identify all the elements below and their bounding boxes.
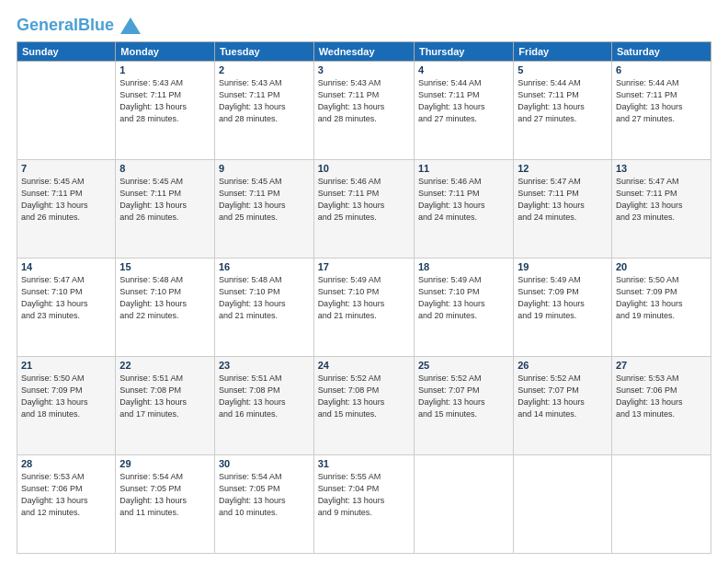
day-cell: 13Sunrise: 5:47 AM Sunset: 7:11 PM Dayli… — [611, 160, 711, 259]
day-cell — [17, 62, 116, 160]
logo-text: GeneralBlue — [17, 17, 141, 34]
day-info: Sunrise: 5:49 AM Sunset: 7:10 PM Dayligh… — [318, 274, 410, 322]
day-cell: 2Sunrise: 5:43 AM Sunset: 7:11 PM Daylig… — [214, 62, 313, 160]
day-number: 9 — [219, 163, 310, 174]
day-number: 27 — [616, 360, 707, 371]
day-cell: 5Sunrise: 5:44 AM Sunset: 7:11 PM Daylig… — [514, 62, 612, 160]
day-cell: 29Sunrise: 5:54 AM Sunset: 7:05 PM Dayli… — [116, 455, 215, 554]
day-info: Sunrise: 5:52 AM Sunset: 7:08 PM Dayligh… — [318, 373, 410, 420]
day-info: Sunrise: 5:50 AM Sunset: 7:09 PM Dayligh… — [21, 373, 111, 420]
week-row-4: 21Sunrise: 5:50 AM Sunset: 7:09 PM Dayli… — [17, 357, 711, 455]
day-info: Sunrise: 5:43 AM Sunset: 7:11 PM Dayligh… — [318, 77, 410, 125]
day-number: 24 — [318, 360, 410, 371]
day-cell: 8Sunrise: 5:45 AM Sunset: 7:11 PM Daylig… — [116, 160, 215, 259]
weekday-monday: Monday — [116, 42, 215, 62]
day-cell: 14Sunrise: 5:47 AM Sunset: 7:10 PM Dayli… — [17, 259, 116, 357]
day-number: 31 — [318, 458, 410, 469]
day-info: Sunrise: 5:47 AM Sunset: 7:11 PM Dayligh… — [616, 176, 707, 224]
day-cell: 25Sunrise: 5:52 AM Sunset: 7:07 PM Dayli… — [414, 357, 513, 455]
day-info: Sunrise: 5:43 AM Sunset: 7:11 PM Dayligh… — [119, 77, 210, 125]
weekday-wednesday: Wednesday — [313, 42, 414, 62]
day-number: 8 — [119, 163, 210, 174]
day-number: 3 — [318, 64, 410, 75]
week-row-2: 7Sunrise: 5:45 AM Sunset: 7:11 PM Daylig… — [17, 160, 711, 259]
day-info: Sunrise: 5:52 AM Sunset: 7:07 PM Dayligh… — [418, 373, 509, 420]
day-info: Sunrise: 5:43 AM Sunset: 7:11 PM Dayligh… — [219, 77, 310, 125]
logo-general: General — [17, 16, 78, 34]
day-cell: 7Sunrise: 5:45 AM Sunset: 7:11 PM Daylig… — [17, 160, 116, 259]
day-cell: 27Sunrise: 5:53 AM Sunset: 7:06 PM Dayli… — [611, 357, 711, 455]
weekday-sunday: Sunday — [17, 42, 116, 62]
day-info: Sunrise: 5:54 AM Sunset: 7:05 PM Dayligh… — [119, 471, 210, 519]
day-info: Sunrise: 5:45 AM Sunset: 7:11 PM Dayligh… — [219, 176, 310, 224]
day-number: 1 — [119, 64, 210, 75]
day-number: 15 — [119, 261, 210, 272]
logo: GeneralBlue — [17, 17, 141, 34]
day-info: Sunrise: 5:53 AM Sunset: 7:06 PM Dayligh… — [616, 373, 707, 420]
day-number: 23 — [219, 360, 310, 371]
day-info: Sunrise: 5:49 AM Sunset: 7:10 PM Dayligh… — [418, 274, 509, 322]
day-number: 20 — [616, 261, 707, 272]
day-number: 10 — [318, 163, 410, 174]
day-info: Sunrise: 5:48 AM Sunset: 7:10 PM Dayligh… — [119, 274, 210, 322]
day-cell: 18Sunrise: 5:49 AM Sunset: 7:10 PM Dayli… — [414, 259, 513, 357]
day-number: 29 — [119, 458, 210, 469]
calendar-table: SundayMondayTuesdayWednesdayThursdayFrid… — [17, 41, 711, 554]
day-cell: 3Sunrise: 5:43 AM Sunset: 7:11 PM Daylig… — [313, 62, 414, 160]
day-cell: 4Sunrise: 5:44 AM Sunset: 7:11 PM Daylig… — [414, 62, 513, 160]
weekday-thursday: Thursday — [414, 42, 513, 62]
page: GeneralBlue SundayMondayTuesdayWednesday… — [0, 0, 728, 563]
day-number: 28 — [21, 458, 111, 469]
day-cell: 30Sunrise: 5:54 AM Sunset: 7:05 PM Dayli… — [214, 455, 313, 554]
day-number: 7 — [21, 163, 111, 174]
day-number: 22 — [119, 360, 210, 371]
week-row-5: 28Sunrise: 5:53 AM Sunset: 7:06 PM Dayli… — [17, 455, 711, 554]
day-info: Sunrise: 5:54 AM Sunset: 7:05 PM Dayligh… — [219, 471, 310, 519]
day-number: 18 — [418, 261, 509, 272]
weekday-friday: Friday — [514, 42, 612, 62]
day-cell: 1Sunrise: 5:43 AM Sunset: 7:11 PM Daylig… — [116, 62, 215, 160]
day-cell — [414, 455, 513, 554]
day-info: Sunrise: 5:55 AM Sunset: 7:04 PM Dayligh… — [318, 471, 410, 519]
day-info: Sunrise: 5:49 AM Sunset: 7:09 PM Dayligh… — [518, 274, 608, 322]
day-info: Sunrise: 5:44 AM Sunset: 7:11 PM Dayligh… — [518, 77, 608, 125]
day-cell: 15Sunrise: 5:48 AM Sunset: 7:10 PM Dayli… — [116, 259, 215, 357]
day-number: 19 — [518, 261, 608, 272]
day-cell: 9Sunrise: 5:45 AM Sunset: 7:11 PM Daylig… — [214, 160, 313, 259]
day-number: 17 — [318, 261, 410, 272]
day-info: Sunrise: 5:44 AM Sunset: 7:11 PM Dayligh… — [418, 77, 509, 125]
day-info: Sunrise: 5:46 AM Sunset: 7:11 PM Dayligh… — [418, 176, 509, 224]
day-cell: 16Sunrise: 5:48 AM Sunset: 7:10 PM Dayli… — [214, 259, 313, 357]
week-row-1: 1Sunrise: 5:43 AM Sunset: 7:11 PM Daylig… — [17, 62, 711, 160]
day-cell — [514, 455, 612, 554]
header: GeneralBlue — [17, 17, 711, 34]
day-info: Sunrise: 5:45 AM Sunset: 7:11 PM Dayligh… — [119, 176, 210, 224]
day-cell: 21Sunrise: 5:50 AM Sunset: 7:09 PM Dayli… — [17, 357, 116, 455]
day-cell: 12Sunrise: 5:47 AM Sunset: 7:11 PM Dayli… — [514, 160, 612, 259]
day-cell — [611, 455, 711, 554]
day-cell: 31Sunrise: 5:55 AM Sunset: 7:04 PM Dayli… — [313, 455, 414, 554]
day-info: Sunrise: 5:45 AM Sunset: 7:11 PM Dayligh… — [21, 176, 111, 224]
day-number: 26 — [518, 360, 608, 371]
day-cell: 24Sunrise: 5:52 AM Sunset: 7:08 PM Dayli… — [313, 357, 414, 455]
day-info: Sunrise: 5:51 AM Sunset: 7:08 PM Dayligh… — [119, 373, 210, 420]
day-number: 5 — [518, 64, 608, 75]
day-cell: 11Sunrise: 5:46 AM Sunset: 7:11 PM Dayli… — [414, 160, 513, 259]
day-cell: 26Sunrise: 5:52 AM Sunset: 7:07 PM Dayli… — [514, 357, 612, 455]
day-number: 21 — [21, 360, 111, 371]
day-number: 4 — [418, 64, 509, 75]
day-cell: 22Sunrise: 5:51 AM Sunset: 7:08 PM Dayli… — [116, 357, 215, 455]
day-cell: 6Sunrise: 5:44 AM Sunset: 7:11 PM Daylig… — [611, 62, 711, 160]
weekday-header-row: SundayMondayTuesdayWednesdayThursdayFrid… — [17, 42, 711, 62]
day-cell: 28Sunrise: 5:53 AM Sunset: 7:06 PM Dayli… — [17, 455, 116, 554]
day-info: Sunrise: 5:44 AM Sunset: 7:11 PM Dayligh… — [616, 77, 707, 125]
day-info: Sunrise: 5:48 AM Sunset: 7:10 PM Dayligh… — [219, 274, 310, 322]
day-number: 30 — [219, 458, 310, 469]
day-info: Sunrise: 5:53 AM Sunset: 7:06 PM Dayligh… — [21, 471, 111, 519]
day-number: 14 — [21, 261, 111, 272]
weekday-saturday: Saturday — [611, 42, 711, 62]
day-info: Sunrise: 5:46 AM Sunset: 7:11 PM Dayligh… — [318, 176, 410, 224]
day-info: Sunrise: 5:50 AM Sunset: 7:09 PM Dayligh… — [616, 274, 707, 322]
week-row-3: 14Sunrise: 5:47 AM Sunset: 7:10 PM Dayli… — [17, 259, 711, 357]
day-number: 13 — [616, 163, 707, 174]
